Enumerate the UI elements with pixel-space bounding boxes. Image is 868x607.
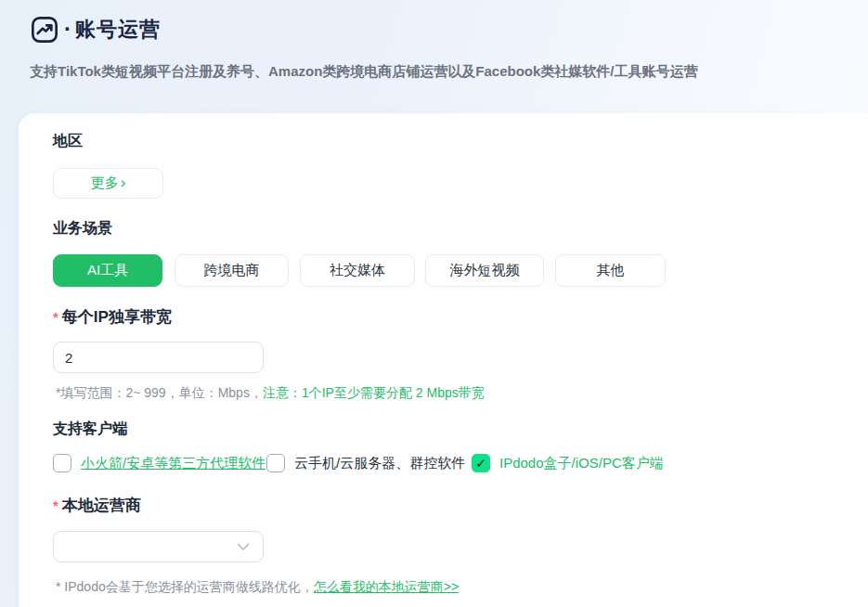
- carrier-label-text: 本地运营商: [62, 497, 141, 514]
- scenario-option-cross-border-ecommerce[interactable]: 跨境电商: [175, 254, 289, 287]
- bandwidth-label: *每个IP独享带宽: [53, 306, 172, 328]
- bandwidth-hint: *填写范围：2~ 999，单位：Mbps，注意：1个IP至少需要分配 2 Mbp…: [56, 385, 485, 402]
- scenario-label: 业务场景: [53, 219, 112, 239]
- region-label: 地区: [53, 132, 83, 151]
- required-asterisk: *: [53, 497, 58, 513]
- clients-label: 支持客户端: [53, 420, 127, 439]
- bandwidth-input[interactable]: [53, 342, 264, 373]
- scenario-option-other[interactable]: 其他: [555, 254, 666, 287]
- client-option-cloud-phone-server[interactable]: ✓ 云手机/云服务器、群控软件: [266, 454, 465, 472]
- client-option-ipdodo-client[interactable]: ✓ IPdodo盒子/iOS/PC客户端: [472, 454, 664, 472]
- chevron-right-icon: ›: [121, 174, 126, 190]
- carrier-hint-text: * IPdodo会基于您选择的运营商做线路优化，: [56, 579, 314, 594]
- account-operation-page: · 账号运营 支持TikTok类短视频平台注册及养号、Amazon类跨境电商店铺…: [0, 0, 868, 607]
- bandwidth-label-text: 每个IP独享带宽: [62, 308, 172, 326]
- account-operation-card: 地区 更多 › 业务场景 AI工具 跨境电商 社交媒体 海外短视频 其他 *每个…: [19, 113, 868, 607]
- checkbox-checked-icon[interactable]: ✓: [472, 454, 490, 472]
- carrier-hint: * IPdodo会基于您选择的运营商做线路优化，怎么看我的本地运营商>>: [56, 579, 459, 596]
- scenario-option-social-media[interactable]: 社交媒体: [300, 254, 415, 287]
- client-option-label[interactable]: 小火箭/安卓等第三方代理软件: [81, 455, 266, 472]
- carrier-hint-link[interactable]: 怎么看我的本地运营商>>: [314, 579, 459, 594]
- client-option-label[interactable]: 云手机/云服务器、群控软件: [294, 455, 465, 472]
- checkbox-unchecked-icon[interactable]: ✓: [53, 454, 71, 472]
- trending-up-icon: [30, 15, 59, 45]
- client-option-label[interactable]: IPdodo盒子/iOS/PC客户端: [499, 455, 664, 472]
- required-asterisk: *: [53, 309, 58, 325]
- checkbox-unchecked-icon[interactable]: ✓: [266, 454, 285, 472]
- page-subtitle: 支持TikTok类短视频平台注册及养号、Amazon类跨境电商店铺运营以及Fac…: [30, 63, 847, 81]
- chevron-down-icon: [237, 543, 250, 551]
- page-title: 账号运营: [75, 16, 161, 44]
- region-more-button[interactable]: 更多 ›: [53, 168, 163, 199]
- scenario-option-overseas-short-video[interactable]: 海外短视频: [425, 254, 544, 287]
- scenario-option-ai-tools[interactable]: AI工具: [53, 254, 162, 287]
- more-button-label: 更多: [91, 174, 119, 192]
- client-option-third-party-proxy[interactable]: ✓ 小火箭/安卓等第三方代理软件: [53, 454, 266, 472]
- carrier-label: *本地运营商: [53, 495, 141, 516]
- carrier-select[interactable]: [53, 531, 264, 562]
- title-separator-dot: ·: [64, 16, 71, 42]
- bandwidth-hint-range: *填写范围：2~ 999，单位：Mbps，: [56, 385, 263, 400]
- bandwidth-hint-notice: 注意：1个IP至少需要分配 2 Mbps带宽: [263, 385, 485, 400]
